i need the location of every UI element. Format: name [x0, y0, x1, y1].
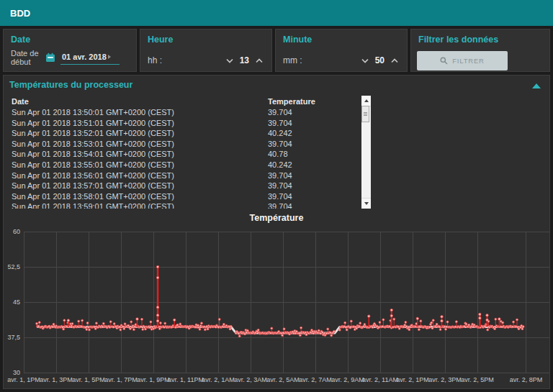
svg-text:avr. 2, 9AM: avr. 2, 9AM [331, 376, 364, 383]
filter-bar: Date Date de début 01 avr. 2018 [3, 29, 550, 72]
minute-stepper: 50 [361, 55, 398, 65]
svg-text:avr. 2, 8PM: avr. 2, 8PM [510, 376, 543, 383]
hour-prefix-label: hh : [148, 55, 162, 65]
calendar-icon[interactable] [45, 53, 55, 63]
svg-text:52,5: 52,5 [7, 263, 20, 270]
svg-text:30: 30 [13, 369, 20, 376]
chart-title: Température [4, 213, 549, 223]
table-row: Sun Apr 01 2018 13:53:01 GMT+0200 (CEST)… [9, 139, 360, 150]
axis-labels: 3037,54552,560avr. 1, 1PMavr. 1, 3PMavr.… [7, 228, 542, 383]
table-scrollbar[interactable] [361, 96, 371, 209]
filter-panel: Filtrer les données FILTRER [410, 29, 550, 72]
minute-prefix-label: mm : [283, 55, 302, 65]
scrollbar-thumb[interactable] [361, 106, 369, 122]
svg-text:avr. 2, 3AM: avr. 2, 3AM [234, 376, 267, 383]
date-panel-title: Date [11, 35, 30, 45]
minute-chevron-down-icon[interactable] [361, 58, 369, 63]
svg-text:60: 60 [13, 228, 20, 235]
app-header: BDD [0, 0, 553, 26]
date-value: 01 avr. 2018 [62, 53, 107, 61]
date-field-row: Date de début 01 avr. 2018 [11, 49, 130, 66]
minute-value: 50 [375, 55, 385, 65]
series-points [36, 318, 525, 337]
scrollbar-down-arrow-icon[interactable] [361, 198, 371, 209]
svg-text:avr. 1, 7PM: avr. 1, 7PM [104, 376, 138, 383]
svg-text:avr. 2, 7AM: avr. 2, 7AM [299, 376, 332, 383]
hour-panel: Heure hh : 13 [140, 29, 272, 72]
svg-text:avr. 2, 11AM: avr. 2, 11AM [362, 376, 398, 383]
hour-chevron-up-icon[interactable] [256, 58, 263, 63]
date-panel: Date Date de début 01 avr. 2018 [3, 29, 137, 72]
date-field-label: Date de début [11, 49, 44, 66]
svg-text:avr. 2, 5PM: avr. 2, 5PM [461, 376, 494, 383]
chart-grid [24, 232, 550, 373]
app-title: BDD [0, 8, 30, 19]
svg-text:avr. 2, 1AM: avr. 2, 1AM [202, 376, 235, 383]
svg-text:avr. 1, 1PM: avr. 1, 1PM [7, 376, 40, 383]
search-icon [440, 57, 448, 65]
table-row: Sun Apr 01 2018 13:59:01 GMT+0200 (CEST)… [9, 201, 360, 209]
section-title: Températures du processeur [9, 80, 132, 90]
table-row: Sun Apr 01 2018 13:57:01 GMT+0200 (CEST)… [9, 181, 360, 191]
table-header-row: Date Temperature [9, 96, 360, 107]
hour-chevron-down-icon[interactable] [226, 58, 233, 63]
temp-table-body: Sun Apr 01 2018 13:50:01 GMT+0200 (CEST)… [9, 107, 360, 209]
table-row: Sun Apr 01 2018 13:52:01 GMT+0200 (CEST)… [9, 128, 360, 139]
svg-text:avr. 2, 5AM: avr. 2, 5AM [266, 376, 300, 383]
date-dropdown-arrow-icon[interactable] [108, 55, 111, 59]
hour-panel-title: Heure [148, 35, 173, 45]
svg-text:45: 45 [13, 298, 20, 306]
svg-text:avr. 1, 3PM: avr. 1, 3PM [40, 376, 73, 383]
table-row: Sun Apr 01 2018 13:50:01 GMT+0200 (CEST)… [9, 107, 360, 118]
hour-stepper: 13 [226, 55, 263, 65]
col-header-date: Date [9, 96, 265, 107]
table-row: Sun Apr 01 2018 13:55:01 GMT+0200 (CEST)… [9, 160, 360, 170]
series-spikes [67, 265, 500, 327]
filter-panel-title: Filtrer les données [418, 35, 498, 45]
table-row: Sun Apr 01 2018 13:56:01 GMT+0200 (CEST)… [9, 170, 360, 181]
minute-panel: Minute mm : 50 [275, 29, 408, 72]
table-row: Sun Apr 01 2018 13:51:01 GMT+0200 (CEST)… [9, 118, 360, 129]
svg-text:avr. 1, 11PM: avr. 1, 11PM [168, 376, 204, 383]
collapse-section-icon[interactable] [532, 83, 541, 88]
svg-text:37,5: 37,5 [7, 334, 20, 341]
temperature-section: Températures du processeur Date Temperat… [3, 75, 550, 389]
svg-text:avr. 2, 3PM: avr. 2, 3PM [428, 376, 462, 383]
date-input[interactable]: 01 avr. 2018 [60, 51, 120, 65]
minute-chevron-up-icon[interactable] [391, 58, 398, 63]
temperature-chart-svg: 3037,54552,560avr. 1, 1PMavr. 1, 3PMavr.… [3, 224, 550, 389]
temperature-table: Date Temperature Sun Apr 01 2018 13:50:0… [9, 96, 371, 209]
minute-stepper-row: mm : 50 [283, 55, 398, 65]
svg-text:avr. 1, 5PM: avr. 1, 5PM [72, 376, 105, 383]
filter-button-label: FILTRER [452, 57, 484, 65]
hour-value: 13 [240, 55, 249, 65]
svg-text:avr. 1, 9PM: avr. 1, 9PM [137, 376, 170, 383]
col-header-temperature: Temperature [265, 96, 360, 107]
hour-stepper-row: hh : 13 [148, 55, 263, 65]
filter-button[interactable]: FILTRER [417, 51, 508, 70]
scrollbar-up-arrow-icon[interactable] [361, 96, 371, 106]
table-row: Sun Apr 01 2018 13:58:01 GMT+0200 (CEST)… [9, 191, 360, 202]
table-row: Sun Apr 01 2018 13:54:01 GMT+0200 (CEST)… [9, 149, 360, 160]
minute-panel-title: Minute [283, 35, 312, 45]
svg-text:avr. 2, 1PM: avr. 2, 1PM [396, 376, 429, 383]
